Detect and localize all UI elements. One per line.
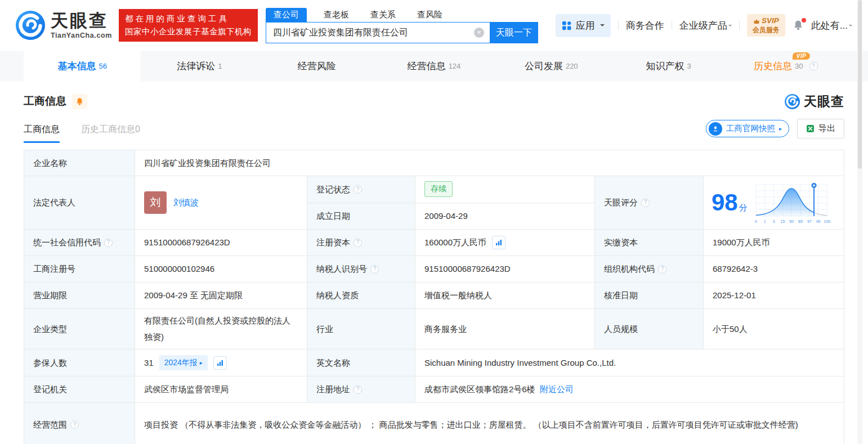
watermark-logo: 天眼查 [785, 93, 844, 110]
avatar[interactable]: 刘 [144, 191, 167, 214]
legal-rep-cell: 刘 刘慎波 [135, 176, 307, 229]
nearby-companies-link[interactable]: 附近公司 [540, 383, 574, 396]
business-term-value: 2009-04-29 至 无固定期限 [135, 282, 307, 308]
org-code-value: 68792642-3 [704, 256, 844, 282]
subtab-工商信息[interactable]: 工商信息 [24, 124, 60, 143]
field-label: 纳税人识别号? [307, 256, 415, 282]
table-row: 企业名称 四川省矿业投资集团有限责任公司 [24, 150, 844, 176]
table-row: 参保人数 31 2024年报▸ 英文名称 Sichuan Mining Indu… [24, 349, 844, 376]
legal-rep-link[interactable]: 刘慎波 [173, 196, 199, 209]
search-tab[interactable]: 查老板 [319, 8, 354, 22]
tab-公司发展[interactable]: 公司发展220 [493, 51, 610, 82]
field-label: 注册资本? [307, 230, 415, 255]
help-icon[interactable]: ? [809, 62, 818, 70]
field-label: 人员规模 [595, 309, 704, 349]
snapshot-label: 工商官网快照 [726, 123, 775, 134]
tab-历史信息[interactable]: 历史信息30?VIP [727, 51, 844, 82]
arrow-right-icon: ▸ [200, 358, 203, 367]
field-label: 法定代表人 [24, 176, 135, 229]
approval-date-value: 2025-12-01 [704, 282, 844, 308]
divider [739, 21, 740, 30]
business-scope-value: 项目投资 （不得从事非法集资，吸收公众资金等金融活动） ； 商品批发与零售；进出… [135, 403, 844, 444]
tab-count: 1 [218, 62, 222, 70]
address-cell: 成都市武侯区领事馆路2号6楼 附近公司 [415, 376, 844, 402]
main-content: 工商信息 天眼查 工商信息历史工商信息0 [0, 93, 868, 444]
monitor-bell-button[interactable] [72, 94, 87, 109]
slogan-badge: 都在用的商业查询工具 国家中小企业发展子基金旗下机构 [119, 9, 258, 42]
field-label: 登记机关 [24, 376, 135, 402]
svg-text:99: 99 [816, 219, 820, 223]
insured-cell: 31 2024年报▸ [135, 349, 307, 376]
clear-icon[interactable]: × [474, 28, 484, 38]
watermark-text: 天眼查 [804, 93, 844, 110]
field-label: 工商注册号 [24, 256, 135, 282]
search-input[interactable] [272, 27, 474, 38]
enterprise-products-link[interactable]: 企业级产品 [679, 19, 732, 32]
tab-count: 124 [449, 62, 461, 70]
svip-sublabel: 会员服务 [753, 26, 780, 34]
search-button[interactable]: 天眼一下 [490, 22, 538, 43]
tab-基本信息[interactable]: 基本信息56 [24, 51, 141, 82]
field-label: 参保人数 [24, 349, 135, 376]
help-icon[interactable]: ? [370, 265, 379, 273]
search-tab[interactable]: 查风险 [413, 8, 447, 22]
capital-chart-icon[interactable] [492, 236, 505, 249]
score-axis-ticks: 0131550859799100 [755, 219, 830, 223]
insured-chart-icon[interactable] [213, 356, 227, 370]
stamp-icon [709, 122, 722, 136]
tab-label: 基本信息 [57, 60, 96, 73]
help-icon[interactable]: ? [658, 265, 666, 273]
svg-text:0: 0 [755, 219, 757, 223]
reg-authority-value: 武侯区市场监督管理局 [135, 376, 307, 402]
tab-label: 知识产权 [646, 60, 684, 73]
cooperation-link[interactable]: 商务合作 [626, 19, 664, 32]
tab-经营信息[interactable]: 经营信息124 [375, 51, 493, 82]
tab-label: 经营风险 [298, 60, 336, 73]
score-value: 98 [712, 191, 738, 214]
field-label: 营业期限 [24, 282, 135, 308]
brand-domain: TianYanCha.com [51, 32, 112, 39]
scrollbar-thumb[interactable] [858, 0, 862, 169]
svg-text:85: 85 [798, 219, 803, 223]
business-info-table: 企业名称 四川省矿业投资集团有限责任公司 法定代表人 刘 刘慎波 登记状态? 存… [24, 150, 844, 444]
help-icon[interactable]: ? [70, 420, 79, 429]
annual-report-pill[interactable]: 2024年报▸ [159, 355, 208, 371]
table-row: 工商注册号 510000000102946 纳税人识别号? 9151000068… [24, 256, 844, 282]
field-label: 成立日期 [307, 203, 415, 230]
tab-count: 30 [795, 62, 803, 70]
table-row: 企业类型 有限责任公司(自然人投资或控股的法人独资) 行业 商务服务业 人员规模… [24, 309, 844, 349]
search-tab[interactable]: 查公司 [266, 8, 307, 22]
tab-知识产权[interactable]: 知识产权3 [610, 51, 727, 82]
help-icon[interactable]: ? [354, 239, 362, 247]
help-icon[interactable]: ? [354, 185, 362, 194]
reg-number-value: 510000000102946 [135, 256, 307, 282]
staff-size-value: 小于50人 [704, 309, 844, 349]
tab-经营风险[interactable]: 经营风险 [258, 51, 375, 82]
search-tab[interactable]: 查关系 [366, 8, 400, 22]
field-label: 组织机构代码? [595, 256, 704, 282]
svip-label: SVIP [762, 16, 779, 26]
tab-label: 经营信息 [408, 60, 446, 73]
user-menu[interactable]: 此处有... [811, 19, 852, 32]
notification-bell-icon[interactable] [793, 20, 804, 31]
tab-法律诉讼[interactable]: 法律诉讼1 [141, 51, 258, 82]
help-icon[interactable]: ? [641, 199, 650, 207]
logo-swirl-icon [16, 11, 45, 40]
help-icon[interactable]: ? [354, 385, 362, 394]
snapshot-button[interactable]: 工商官网快照 ▸ [706, 120, 789, 137]
field-label: 行业 [307, 309, 415, 349]
top-header: 天眼查 TianYanCha.com 都在用的商业查询工具 国家中小企业发展子基… [0, 0, 868, 51]
subtab-历史工商信息0[interactable]: 历史工商信息0 [81, 124, 140, 143]
tab-count: 56 [99, 62, 106, 70]
logo-swirl-icon [785, 94, 800, 109]
enterprise-label: 企业级产品 [679, 19, 727, 32]
industry-value: 商务服务业 [415, 309, 595, 349]
apps-button[interactable]: 应用 [556, 14, 611, 37]
export-button[interactable]: 导出 [797, 119, 844, 138]
help-icon[interactable]: ? [104, 239, 113, 247]
company-type-value: 有限责任公司(自然人投资或控股的法人独资) [135, 309, 307, 349]
export-label: 导出 [818, 123, 835, 134]
search-bar: × 天眼一下 [266, 22, 538, 43]
tianyancha-logo[interactable]: 天眼查 TianYanCha.com [16, 11, 112, 40]
svip-member-button[interactable]: SVIP 会员服务 [747, 14, 785, 37]
